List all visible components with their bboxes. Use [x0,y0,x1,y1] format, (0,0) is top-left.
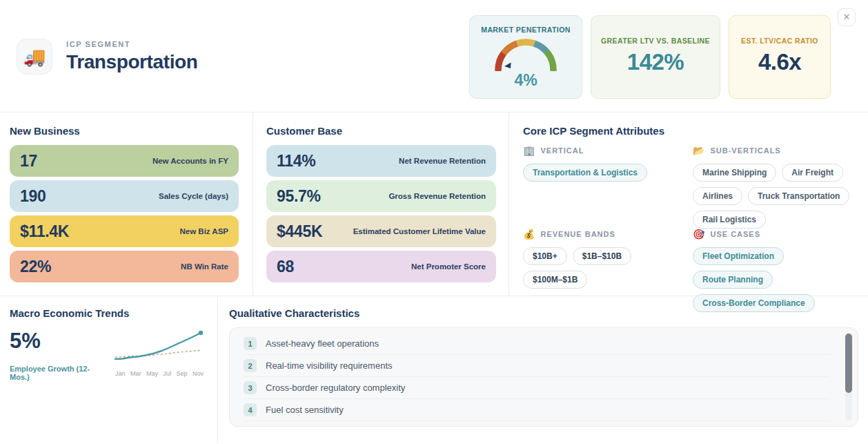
stat-row: 68 Net Promoter Score [266,251,496,282]
stat-value: 17 [20,152,37,171]
page-title: Transportation [66,51,197,73]
stat-label: New Biz ASP [179,227,228,235]
stat-row: 95.7% Gross Revenue Retention [266,180,496,212]
stat-row: 190 Sales Cycle (days) [10,180,239,212]
new-business-heading: New Business [10,125,239,137]
item-number-badge: 3 [244,381,257,394]
gauge-chart [491,35,560,71]
axis-tick: Jul [163,370,171,377]
axis-tick: May [146,370,158,377]
sub-vertical-chip: Airlines [693,187,742,205]
building-icon: 🏢 [523,145,535,156]
use-case-chip: Route Planning [693,271,773,289]
item-number-badge: 4 [244,403,257,416]
qualitative-list: 1 Asset-heavy fleet operations 2 Real-ti… [229,327,858,427]
market-penetration-value: 4% [470,71,582,90]
growth-line [115,333,201,359]
segment-eyebrow: ICP SEGMENT [66,40,197,48]
gauge-seg-green [548,53,553,70]
gauge-seg-gold [517,42,535,44]
market-penetration-label: MARKET PENETRATION [470,26,582,34]
stat-label: Sales Cycle (days) [159,192,228,200]
kpi-cards: MARKET PENETRATION 4% GREATER LTV VS. BA… [469,15,831,99]
revenue-band-chip: $1B–$10B [573,247,631,265]
vertical-chip: Transportation & Logistics [523,164,647,182]
ltv-baseline-label: GREATER LTV VS. BASELINE [591,37,720,45]
truck-icon: 🚚 [17,39,52,75]
target-icon: 🎯 [693,229,704,240]
qualitative-section: Qualitative Characteristics 1 Asset-heav… [218,296,868,443]
stat-label: Estimated Customer Lifetime Value [353,227,486,235]
axis-tick: Nov [193,370,204,377]
stat-row: $11.4K New Biz ASP [10,215,239,247]
vertical-label: VERTICAL [540,146,584,155]
stat-label: Net Revenue Retention [399,157,486,165]
segment-title-block: ICP SEGMENT Transportation [66,40,197,73]
sub-vertical-chip: Truck Transportation [748,187,849,205]
axis-tick: Jan [115,370,126,377]
sub-vertical-chip: Air Freight [782,164,843,182]
use-case-chip: Fleet Optimization [693,247,784,265]
axis-tick: Mar [130,370,141,377]
new-business-section: New Business 17 New Accounts in FY 190 S… [0,113,253,296]
ltv-baseline-value: 142% [591,49,720,75]
macro-trends-heading: Macro Economic Trends [10,307,206,319]
scrollbar-thumb[interactable] [845,334,852,393]
core-attributes-heading: Core ICP Segment Attributes [523,125,858,137]
gauge-seg-orange [504,44,517,54]
stat-label: Gross Revenue Retention [388,192,486,200]
money-bag-icon: 💰 [523,229,535,240]
sparkline-axis: Jan Mar May Jul Sep Nov [115,370,204,377]
list-item: 4 Fuel cost sensitivity [244,399,830,421]
stat-value: $11.4K [20,222,69,241]
scrollbar-track[interactable] [845,334,852,421]
sub-vertical-chip: Rail Logistics [693,211,766,229]
stat-label: New Accounts in FY [152,157,228,165]
folder-icon: 📂 [693,145,704,156]
macro-trends-section: Macro Economic Trends 5% Employee Growth… [0,296,218,443]
customer-base-section: Customer Base 114% Net Revenue Retention… [253,113,509,296]
growth-endpoint-dot [199,331,203,335]
item-number-badge: 2 [244,359,257,372]
close-button[interactable]: ✕ [838,8,856,26]
sub-verticals-group: 📂 SUB-VERTICALS Marine Shipping Air Frei… [693,145,858,229]
axis-tick: Sep [176,370,187,377]
stat-row: 22% NB Win Rate [10,251,239,282]
stat-row: 114% Net Revenue Retention [266,145,496,177]
stat-label: Net Promoter Score [411,262,486,271]
stat-value: 22% [20,258,51,276]
sub-vertical-chip: Marine Shipping [693,164,776,182]
item-text: Real-time visibility requirements [266,360,393,371]
ltv-cac-card: EST. LTV/CAC RATIO 4.6x [729,15,831,99]
stat-value: 190 [20,187,46,206]
use-cases-label: USE CASES [710,230,760,238]
market-penetration-card: MARKET PENETRATION 4% [469,15,582,99]
vertical-group: 🏢 VERTICAL Transportation & Logistics [523,145,693,229]
sparkline-chart: Jan Mar May Jul Sep Nov [111,329,206,381]
stat-value: 95.7% [277,187,321,206]
ltv-cac-value: 4.6x [729,49,830,75]
gauge-seg-red [498,53,504,70]
item-text: Asset-heavy fleet operations [266,338,379,349]
revenue-bands-label: REVENUE BANDS [540,230,615,238]
core-attributes-section: Core ICP Segment Attributes 🏢 VERTICAL T… [509,113,868,296]
item-text: Cross-border regulatory complexity [266,383,405,393]
gauge-needle [504,63,511,69]
employee-growth-caption: Employee Growth (12-Mos.) [10,365,106,381]
stat-value: $445K [277,222,322,241]
header: 🚚 ICP SEGMENT Transportation MARKET PENE… [0,0,868,113]
list-item: 2 Real-time visibility requirements [244,355,830,377]
list-item: 3 Cross-border regulatory complexity [244,377,830,399]
ltv-cac-label: EST. LTV/CAC RATIO [729,37,830,45]
revenue-band-chip: $10B+ [523,247,567,265]
stat-row: 17 New Accounts in FY [10,145,239,177]
sub-verticals-label: SUB-VERTICALS [710,146,780,155]
stat-row: $445K Estimated Customer Lifetime Value [266,215,496,247]
revenue-band-chip: $100M–$1B [523,271,587,289]
ltv-baseline-card: GREATER LTV VS. BASELINE 142% [591,15,720,99]
customer-base-heading: Customer Base [266,125,496,137]
qualitative-heading: Qualitative Characteristics [229,307,858,319]
list-item: 1 Asset-heavy fleet operations [244,333,830,355]
metrics-band: New Business 17 New Accounts in FY 190 S… [0,113,868,296]
stat-value: 68 [277,258,294,276]
